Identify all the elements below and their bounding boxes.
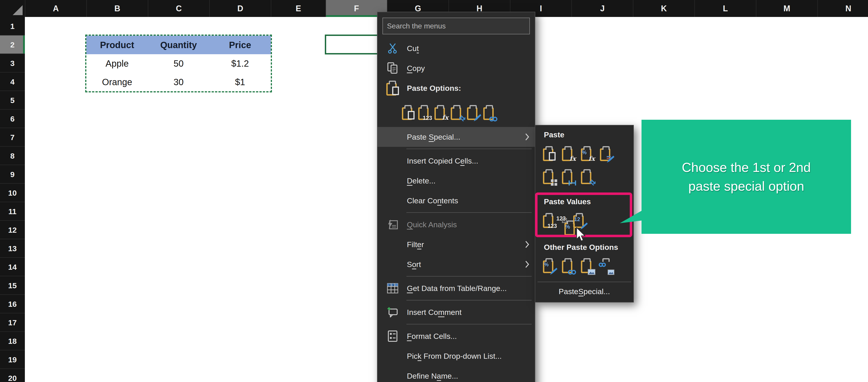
formulas-number-formatting-icon[interactable]: %fx — [581, 146, 594, 161]
cell-d3[interactable]: $1.2 — [209, 54, 271, 73]
menu-item-insert-copied-cells[interactable]: Insert Copied Cells... — [377, 151, 535, 171]
row-header-11[interactable]: 11 — [0, 202, 25, 221]
menu-item-label: Insert Copied Cells... — [407, 157, 478, 165]
row-header-9[interactable]: 9 — [0, 165, 25, 184]
menu-item-label: Define Name... — [407, 372, 458, 380]
values-number-formatting-hovered[interactable]: %123 — [562, 218, 567, 223]
formulas-icon[interactable]: fx — [562, 146, 575, 161]
row-header-3[interactable]: 3 — [0, 54, 25, 72]
paste-link-icon[interactable] — [483, 105, 496, 120]
menu-item-label: Get Data from Table/Range... — [407, 284, 507, 293]
menu-item-cut[interactable]: Cut — [377, 38, 535, 58]
clipboard-icon — [385, 81, 400, 96]
keep-source-column-widths-icon[interactable] — [562, 169, 575, 184]
row-header-1[interactable]: 1 — [0, 17, 25, 35]
menu-separator — [406, 276, 532, 277]
menu-item-clear-contents[interactable]: Clear Contents — [377, 191, 535, 211]
row-header-13[interactable]: 13 — [0, 239, 25, 258]
column-header-e[interactable]: E — [271, 0, 326, 17]
menu-item-label: Paste Special... — [407, 133, 460, 141]
row-header-8[interactable]: 8 — [0, 147, 25, 165]
paste-special-submenu: Paste fx %fx ⇄ Paste Values 123 %123 12 … — [535, 125, 634, 303]
submenu-chevron-icon — [525, 241, 529, 249]
row-header-4[interactable]: 4 — [0, 72, 25, 91]
cell-c3[interactable]: 50 — [148, 54, 209, 73]
menu-item-delete[interactable]: Delete... — [377, 171, 535, 191]
menu-separator — [406, 149, 532, 149]
values-source-formatting-icon[interactable]: 12 — [573, 213, 586, 228]
column-header-a[interactable]: A — [25, 0, 87, 17]
scissors-icon — [385, 43, 400, 54]
values-icon[interactable]: 123 — [543, 213, 556, 228]
menu-item-sort[interactable]: Sort — [377, 254, 535, 274]
submenu-item-paste-special-dialog[interactable]: Paste Special... — [535, 284, 633, 299]
column-header-j[interactable]: J — [572, 0, 633, 17]
row-header-12[interactable]: 12 — [0, 221, 25, 239]
menu-item-pick-from-dropdown-list[interactable]: Pick From Drop-down List... — [377, 346, 535, 366]
cell-b4[interactable]: Orange — [86, 73, 148, 91]
picture-icon[interactable] — [581, 258, 594, 273]
row-header-2-selected[interactable]: 2 — [0, 35, 25, 54]
menu-item-define-name[interactable]: Define Name... — [377, 366, 535, 382]
menu-item-insert-comment[interactable]: Insert Comment — [377, 302, 535, 322]
column-header-d[interactable]: D — [210, 0, 271, 17]
row-header-17[interactable]: 17 — [0, 313, 25, 332]
table-grid-icon — [385, 283, 400, 293]
cell-b2-product-header[interactable]: Product — [86, 36, 148, 54]
paste-options-label: Paste Options: — [407, 84, 461, 93]
menu-item-format-cells[interactable]: Format Cells... — [377, 326, 535, 346]
paste-formatting-icon[interactable] — [467, 105, 480, 120]
menu-item-paste-special[interactable]: Paste Special... — [377, 127, 535, 147]
paste-icon[interactable] — [543, 146, 556, 161]
select-all-triangle — [13, 5, 23, 15]
row-header-14[interactable]: 14 — [0, 258, 25, 276]
menu-item-label: Format Cells... — [407, 332, 457, 341]
menu-item-label: Copy — [407, 64, 425, 73]
paste-icon[interactable] — [402, 105, 414, 120]
transpose-icon[interactable]: ⇄ — [581, 169, 594, 184]
paste-transpose-icon[interactable]: ⇄ — [451, 105, 463, 120]
table-row: Apple 50 $1.2 — [86, 54, 271, 73]
mouse-cursor — [576, 227, 586, 242]
row-header-16[interactable]: 16 — [0, 295, 25, 313]
column-header-b[interactable]: B — [87, 0, 148, 17]
linked-picture-icon[interactable] — [600, 258, 613, 273]
row-header-15[interactable]: 15 — [0, 276, 25, 295]
comment-icon — [385, 307, 400, 317]
paste-formulas-icon[interactable]: fx — [434, 105, 447, 120]
no-borders-icon[interactable] — [543, 169, 556, 184]
copy-icon — [385, 62, 400, 74]
column-header-k[interactable]: K — [633, 0, 695, 17]
cell-c2-quantity-header[interactable]: Quantity — [148, 36, 209, 54]
cell-d2-price-header[interactable]: Price — [209, 36, 271, 54]
menu-item-copy[interactable]: Copy — [377, 58, 535, 78]
copied-range-marching-ants: Product Quantity Price Apple 50 $1.2 Ora… — [85, 35, 272, 92]
column-header-l[interactable]: L — [695, 0, 756, 17]
cell-b3[interactable]: Apple — [86, 54, 148, 73]
cell-c4[interactable]: 30 — [148, 73, 209, 91]
paste-values-icon[interactable]: 123 — [418, 105, 431, 120]
column-header-m[interactable]: M — [756, 0, 818, 17]
menu-item-label: Filter — [407, 240, 424, 249]
formatting-icon[interactable]: % — [543, 258, 556, 273]
menu-item-filter[interactable]: Filter — [377, 234, 535, 254]
column-header-c[interactable]: C — [148, 0, 210, 17]
context-menu: Cut Copy Paste Options: 123 fx ⇄ Paste S… — [377, 12, 535, 382]
row-header-7[interactable]: 7 — [0, 128, 25, 147]
menu-item-label: Quick Analysis — [407, 220, 457, 229]
menu-item-get-data[interactable]: Get Data from Table/Range... — [377, 278, 535, 298]
keep-source-formatting-icon[interactable] — [600, 146, 613, 161]
row-header-6[interactable]: 6 — [0, 109, 25, 128]
search-input[interactable] — [382, 18, 530, 34]
row-header-19[interactable]: 19 — [0, 350, 25, 369]
cell-d4[interactable]: $1 — [209, 73, 271, 91]
select-all-corner[interactable] — [0, 0, 25, 17]
paste-link-icon[interactable] — [562, 258, 575, 273]
column-header-n[interactable]: N — [818, 0, 868, 17]
row-header-10[interactable]: 10 — [0, 184, 25, 202]
table-row: Orange 30 $1 — [86, 73, 271, 91]
paste-options-icons: 123 fx ⇄ — [377, 98, 535, 127]
row-header-5[interactable]: 5 — [0, 91, 25, 109]
row-header-18[interactable]: 18 — [0, 332, 25, 350]
row-header-20[interactable]: 20 — [0, 369, 25, 382]
